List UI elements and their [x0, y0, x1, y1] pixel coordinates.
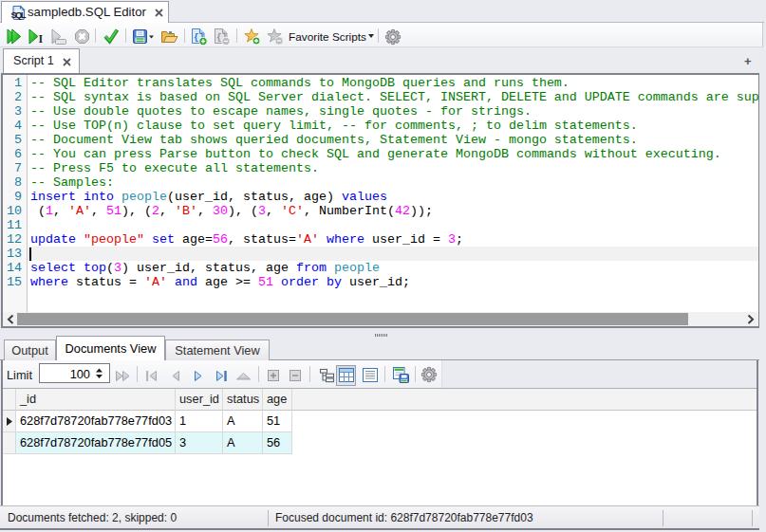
svg-text:SQL: SQL [11, 9, 27, 20]
svg-text:I: I [39, 32, 44, 46]
